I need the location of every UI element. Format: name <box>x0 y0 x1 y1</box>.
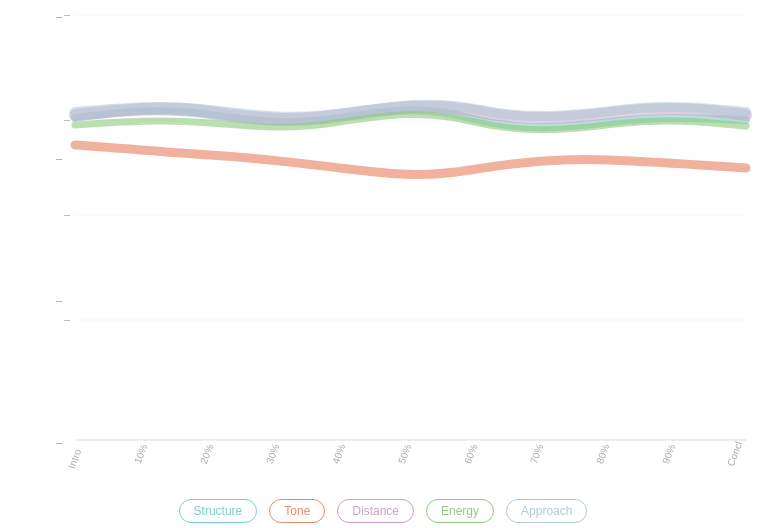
x-label-40: 40% <box>330 442 347 465</box>
legend-structure[interactable]: Structure <box>179 499 258 523</box>
x-label-70: 70% <box>528 442 545 465</box>
chart-svg: Intro 10% 20% 30% 40% 50% 60% 70% 80% 90… <box>0 0 766 528</box>
y-label-3: – <box>64 208 71 220</box>
x-label-20: 20% <box>198 442 215 465</box>
chart-container: – – – – Intro 10% 20% 30% 40% 50% 60% 70… <box>0 0 766 528</box>
y-label-4: – <box>64 313 71 325</box>
x-label-90: 90% <box>660 442 677 465</box>
legend-energy[interactable]: Energy <box>426 499 494 523</box>
x-label-50: 50% <box>396 442 413 465</box>
y-label-2: – <box>64 113 71 125</box>
legend-approach[interactable]: Approach <box>506 499 587 523</box>
chart-legend: Structure Tone Distance Energy Approach <box>0 499 766 523</box>
x-label-10: 10% <box>132 442 149 465</box>
x-label-concl: Concl <box>725 440 744 468</box>
x-label-30: 30% <box>264 442 281 465</box>
x-label-60: 60% <box>462 442 479 465</box>
legend-distance[interactable]: Distance <box>337 499 414 523</box>
x-label-intro: Intro <box>66 447 83 470</box>
legend-tone[interactable]: Tone <box>269 499 325 523</box>
y-label-top: – <box>64 8 71 20</box>
x-label-80: 80% <box>594 442 611 465</box>
